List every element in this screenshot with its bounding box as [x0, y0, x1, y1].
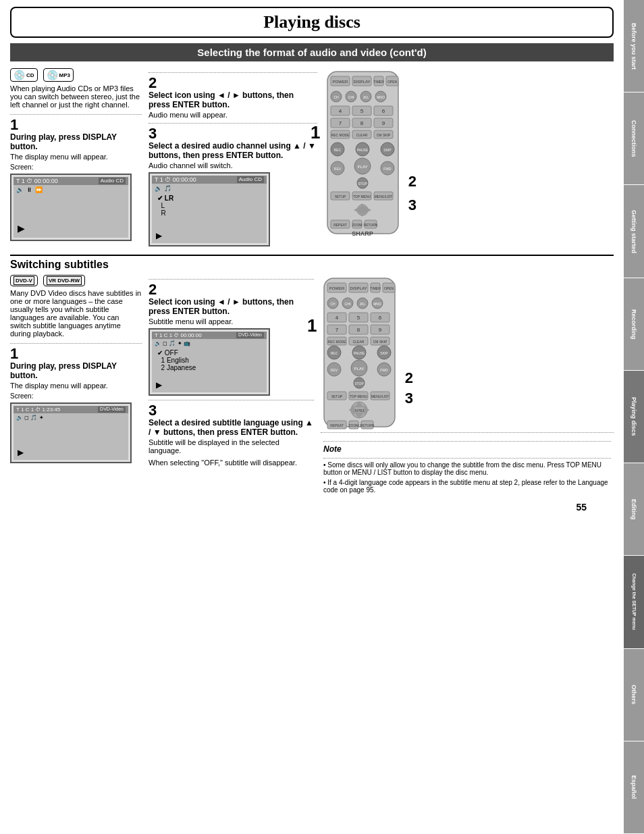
s2-step2-screen-icons: 🔊 ◻ 🎵 ✦ 📺 — [152, 339, 267, 348]
svg-text:MENU/LIST: MENU/LIST — [371, 394, 390, 398]
disc-icons-section1: 💿 CD 💿 MP3 — [10, 68, 142, 82]
svg-text:FWD: FWD — [383, 167, 392, 171]
s2-step1-normal: The display menu will appear. — [10, 382, 142, 390]
side-tabs: Before you start Connections Getting sta… — [624, 0, 644, 834]
svg-text:TOP MENU: TOP MENU — [353, 194, 371, 199]
mp3-icon: 💿 MP3 — [43, 68, 74, 82]
svg-text:RETURN: RETURN — [360, 423, 375, 427]
svg-text:CM SKIP: CM SKIP — [373, 340, 387, 344]
tab-before-you-start[interactable]: Before you start — [624, 0, 644, 93]
step1-screen: T 1 ⏱ 00:00:00 Audio CD 🔊⏸⏩ ▶ — [10, 174, 132, 241]
s2-step2-menu: ✔ OFF 1 English 2 Japanese — [152, 348, 267, 373]
tab-editing[interactable]: Editing — [624, 463, 644, 556]
tab-getting-started[interactable]: Getting started — [624, 185, 644, 278]
step1-normal: The display menu will appear. — [10, 153, 142, 161]
dotted-sep-1a — [10, 114, 142, 115]
section2-title: Switching subtitles — [10, 259, 614, 271]
tab-playing-discs[interactable]: Playing discs — [624, 371, 644, 463]
step-num-3-right-s1: 3 — [408, 197, 417, 214]
s2-step2-normal: Subtitle menu will appear. — [149, 317, 314, 325]
note-dotted-sep2 — [323, 458, 611, 459]
remote-area-s2: 1 POWER DISPLAY TIMER OPEN CH — [321, 275, 614, 432]
svg-text:REC: REC — [334, 148, 342, 152]
step3-screen-icons: 🔊 🎵 — [152, 184, 267, 193]
section2-right-col: 1 POWER DISPLAY TIMER OPEN CH — [321, 275, 614, 498]
step3-screen: T 1 ⏱ 00:00:00 Audio CD 🔊 🎵 ✔ LR L R ▶ — [149, 172, 270, 246]
step-num-2-right-s1: 2 — [408, 173, 417, 190]
dvdrw-icon: VR DVD-RW — [43, 275, 85, 286]
s2-step1-play-arrow: ▶ — [18, 448, 24, 457]
step2-normal: Audio menu will appear. — [149, 111, 317, 119]
s2-step1-screen-icons: 🔊 ◻ 🎵 ✦ — [14, 413, 128, 422]
svg-text:7: 7 — [339, 120, 342, 126]
svg-text:OPEN: OPEN — [384, 286, 394, 290]
disc-icons-section2: DVD-V VR DVD-RW — [10, 275, 142, 286]
remote-section1: 1 POWER DISPLAY TIMER OPEN CH — [324, 68, 402, 239]
step-num-1-right-s2: 1 — [307, 315, 317, 336]
page-title-box: Playing discs — [10, 7, 614, 38]
tab-setup-menu[interactable]: Change the SETUP menu — [624, 556, 644, 648]
note-dotted-sep — [323, 441, 611, 442]
svg-text:PLAY: PLAY — [354, 367, 365, 371]
svg-text:FWD: FWD — [380, 368, 388, 372]
section1-intro: When playing Audio CDs or MP3 files you … — [10, 84, 142, 109]
svg-text:CLEAR: CLEAR — [356, 133, 368, 137]
dvdv-icon: DVD-V — [10, 275, 38, 286]
step1-screen-icons: 🔊⏸⏩ — [14, 185, 128, 194]
note-bullet-1: • Some discs will only allow you to chan… — [323, 461, 611, 476]
svg-text:SKIP: SKIP — [380, 351, 388, 355]
dotted-sep-s2-3 — [149, 400, 314, 400]
remote-svg-1: POWER DISPLAY TIMER OPEN CH GHI JKL MNO — [324, 68, 402, 237]
tab-connections[interactable]: Connections — [624, 93, 644, 185]
svg-text:9: 9 — [382, 120, 385, 126]
step3-play-arrow: ▶ — [156, 231, 162, 240]
s2-step2-bold: Select icon using ◄ / ► buttons, then pr… — [149, 297, 314, 316]
svg-text:TIMER: TIMER — [373, 80, 384, 84]
svg-text:TOP MENU: TOP MENU — [350, 394, 368, 398]
svg-text:MENU/LIST: MENU/LIST — [375, 194, 393, 199]
note-box: Note • Some discs will only allow you to… — [321, 432, 614, 498]
svg-text:POWER: POWER — [333, 80, 348, 84]
tab-recording[interactable]: Recording — [624, 278, 644, 371]
svg-text:DISPLAY: DISPLAY — [354, 80, 371, 84]
svg-text:CM SKIP: CM SKIP — [377, 133, 391, 137]
svg-text:REPEAT: REPEAT — [330, 423, 344, 427]
remote-svg-2: POWER DISPLAY TIMER OPEN CH GHI JKL — [321, 275, 398, 430]
tab-espanol[interactable]: Español — [624, 741, 644, 834]
s2-step1-screen: T 1 C 1 ⏱ 1:23:45 DVD-Video 🔊 ◻ 🎵 ✦ ▶ — [10, 402, 132, 463]
step3-num: 3 — [149, 126, 317, 141]
svg-text:GHI: GHI — [348, 95, 354, 99]
svg-text:REC MODE: REC MODE — [328, 340, 347, 344]
svg-text:DISPLAY: DISPLAY — [350, 286, 367, 290]
svg-text:REPEAT: REPEAT — [333, 223, 347, 227]
step-num-1-right: 1 — [311, 122, 320, 143]
svg-text:PAUSE: PAUSE — [357, 148, 369, 152]
svg-text:7: 7 — [336, 327, 339, 333]
s2-step1-bold: During play, press DISPLAY button. — [10, 361, 142, 380]
section1-mid-col: 2 Select icon using ◄ / ► buttons, then … — [149, 68, 317, 249]
section1-header: Selecting the format of audio and video … — [10, 43, 614, 61]
page-title: Playing discs — [263, 12, 360, 32]
svg-text:MNO: MNO — [377, 95, 385, 99]
section1-right-col: 1 POWER DISPLAY TIMER OPEN CH — [324, 68, 614, 249]
svg-text:CH: CH — [330, 302, 336, 306]
svg-text:REV: REV — [334, 167, 342, 171]
tab-others[interactable]: Others — [624, 649, 644, 741]
section2-left-col: DVD-V VR DVD-RW Many DVD Video discs hav… — [10, 275, 142, 498]
dotted-sep-2a — [149, 72, 317, 73]
main-content: Playing discs Selecting the format of au… — [0, 0, 624, 519]
section2-divider — [10, 255, 614, 256]
svg-text:ZOOM: ZOOM — [349, 423, 359, 427]
svg-text:REV: REV — [331, 368, 338, 372]
svg-text:ZOOM: ZOOM — [352, 223, 363, 227]
section2-intro: Many DVD Video discs have subtitles in o… — [10, 289, 142, 338]
svg-text:5: 5 — [357, 315, 360, 321]
s2-step1-screen-header: T 1 C 1 ⏱ 1:23:45 DVD-Video — [14, 406, 128, 413]
s2-step3-normal2: When selecting "OFF," subtitle will disa… — [149, 459, 314, 467]
dotted-sep-3a — [149, 123, 317, 124]
note-bullet-2: • If a 4-digit language code appears in … — [323, 479, 611, 494]
s2-step2-screen: T 1 C 1 ⏱ 00:00:00 DVD-Video 🔊 ◻ 🎵 ✦ 📺 ✔… — [149, 328, 270, 396]
svg-text:9: 9 — [379, 327, 382, 333]
step3-menu: ✔ LR L R — [152, 193, 267, 218]
step1-bold: During play, press DISPLAY button. — [10, 132, 142, 151]
